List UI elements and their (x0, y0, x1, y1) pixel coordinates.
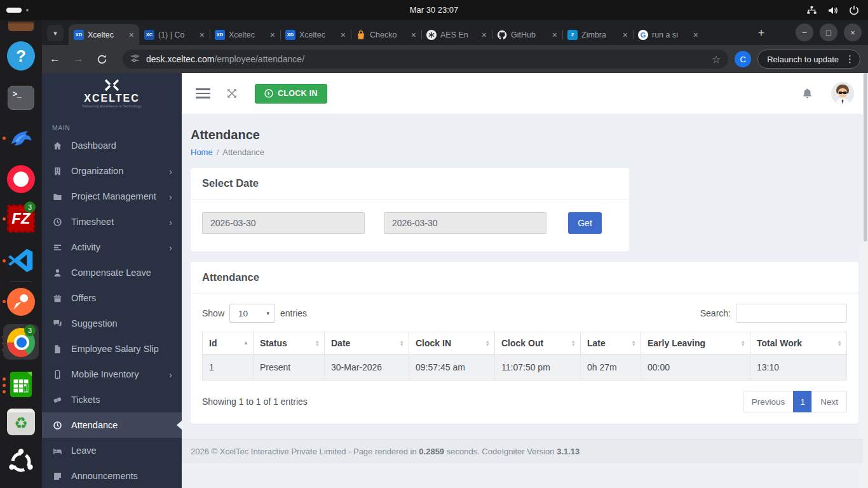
sidebar-item-dashboard[interactable]: Dashboard (42, 133, 182, 158)
tab-checkout[interactable]: Checko × (351, 24, 421, 45)
url-field[interactable]: desk.xceltec.com/employee/attendance/ ☆ (123, 50, 728, 69)
user-avatar[interactable] (831, 82, 854, 105)
libreoffice-calc-icon[interactable] (7, 370, 35, 399)
column-header-id[interactable]: Id▲ (203, 332, 254, 355)
close-tab-icon[interactable]: × (270, 30, 275, 40)
xceltec-logo[interactable]: XCELTEC Delivering Excellence in Technol… (42, 73, 182, 114)
sidebar-item-employee-salary-slip[interactable]: Employee Salary Slip (42, 336, 182, 362)
tab-aes[interactable]: AES En × (421, 24, 492, 45)
to-date-input[interactable] (384, 212, 546, 234)
sort-asc-icon: ▲ (243, 342, 248, 345)
minimize-button[interactable]: − (796, 24, 813, 41)
forward-button[interactable]: → (73, 53, 84, 65)
sidebar-item-offers[interactable]: Offers (42, 285, 182, 311)
postman-app-icon[interactable] (7, 287, 35, 316)
vscode-app-icon[interactable] (7, 246, 35, 275)
sidebar-item-attendance[interactable]: Attendance (42, 412, 182, 438)
attendance-table: Id▲ Status▲▼ Date▲▼ Clock IN▲▼ Clock Out… (202, 332, 847, 381)
cell-status: Present (254, 355, 325, 381)
xc-favicon: XC (144, 30, 154, 40)
site-settings-icon[interactable] (130, 53, 140, 65)
bookmark-star-icon[interactable]: ☆ (712, 53, 721, 65)
table-row: 1 Present 30-Mar-2026 09:57:45 am 11:07:… (203, 355, 847, 381)
scrollbar-thumb[interactable] (864, 73, 867, 241)
pagination-next[interactable]: Next (811, 391, 847, 412)
clock-in-button[interactable]: CLOCK IN (255, 84, 327, 104)
notifications-bell-icon[interactable] (801, 88, 813, 100)
terminal-app-icon[interactable]: >_ (7, 86, 35, 110)
page-length-select[interactable]: 10 ▾ (229, 304, 275, 323)
from-date-input[interactable] (202, 212, 365, 234)
tab-search-button[interactable]: ▾ (47, 25, 64, 41)
browser-menu-icon[interactable]: ⋮ (845, 53, 855, 65)
opera-browser-icon[interactable] (7, 165, 35, 193)
running-dot (3, 384, 6, 387)
reload-button[interactable] (97, 54, 107, 65)
sidebar-item-tickets[interactable]: Tickets (42, 387, 182, 412)
help-app-icon[interactable]: ? (7, 41, 35, 71)
tab-co[interactable]: XC (1) | Co × (139, 24, 210, 45)
fullscreen-icon[interactable] (226, 87, 238, 100)
power-icon[interactable] (849, 5, 859, 15)
tab-xceltec-3[interactable]: XD Xceltec × (280, 24, 351, 45)
close-tab-icon[interactable]: × (482, 30, 487, 40)
sidebar-item-activity[interactable]: Activity › (42, 234, 182, 260)
column-header-total-work[interactable]: Total Work▲▼ (750, 332, 847, 355)
column-header-clock-out[interactable]: Clock Out▲▼ (495, 332, 581, 355)
dolphin-file-manager-icon[interactable] (7, 123, 35, 151)
tab-github[interactable]: GitHub × (492, 24, 562, 45)
tab-google-search[interactable]: G run a si × (633, 24, 703, 45)
new-tab-button[interactable]: + (754, 25, 769, 41)
page-scrollbar[interactable] (863, 73, 868, 488)
clock-icon (53, 217, 63, 227)
sidebar-item-announcements[interactable]: Announcements (42, 463, 182, 488)
ubuntu-logo-icon[interactable] (7, 448, 35, 476)
back-button[interactable]: ← (50, 53, 60, 65)
maximize-button[interactable]: □ (820, 24, 837, 41)
column-header-late[interactable]: Late▲▼ (581, 332, 641, 355)
sidebar-item-mobile-inventory[interactable]: Mobile Inventory › (42, 362, 182, 387)
close-window-button[interactable]: × (844, 24, 862, 41)
sidebar-item-organization[interactable]: Organization › (42, 158, 182, 184)
sidebar-item-leave[interactable]: Leave (42, 438, 182, 463)
menu-toggle-icon[interactable] (196, 88, 210, 98)
active-item-marker (177, 421, 182, 430)
xceltec-favicon: XD (215, 30, 225, 40)
close-tab-icon[interactable]: × (552, 30, 557, 40)
column-header-date[interactable]: Date▲▼ (325, 332, 409, 355)
document-icon (53, 344, 63, 354)
trash-icon[interactable]: ♻ (7, 409, 35, 435)
column-header-early-leaving[interactable]: Early Leaving▲▼ (641, 332, 750, 355)
tab-zimbra[interactable]: Z Zimbra × (562, 24, 633, 45)
sidebar-item-suggestion[interactable]: Suggestion (42, 311, 182, 336)
pagination-previous[interactable]: Previous (743, 391, 794, 412)
get-button[interactable]: Get (568, 212, 602, 234)
system-top-bar: Mar 30 23:07 (0, 0, 868, 20)
sidebar-item-compensate-leave[interactable]: Compensate Leave (42, 260, 182, 285)
boxes-app-icon[interactable] (7, 22, 35, 31)
close-tab-icon[interactable]: × (693, 30, 698, 40)
sidebar-item-timesheet[interactable]: Timesheet › (42, 209, 182, 234)
pagination-page-1[interactable]: 1 (793, 391, 812, 412)
close-tab-icon[interactable]: × (129, 30, 134, 40)
tab-xceltec-active[interactable]: XD Xceltec × (69, 24, 139, 45)
volume-icon[interactable] (827, 6, 839, 15)
column-header-clock-in[interactable]: Clock IN▲▼ (409, 332, 495, 355)
close-tab-icon[interactable]: × (341, 30, 346, 40)
table-info-text: Showing 1 to 1 of 1 entries (202, 396, 308, 407)
close-tab-icon[interactable]: × (623, 30, 628, 40)
tab-xceltec-2[interactable]: XD Xceltec × (210, 24, 280, 45)
select-date-title: Select Date (191, 168, 629, 200)
search-input[interactable] (736, 304, 847, 323)
user-icon (53, 268, 63, 278)
breadcrumb-home-link[interactable]: Home (191, 147, 213, 157)
close-tab-icon[interactable]: × (200, 30, 205, 40)
sidebar-item-project-management[interactable]: Project Management › (42, 184, 182, 209)
running-dot (3, 217, 6, 220)
relaunch-to-update-button[interactable]: Relaunch to update ⋮ (757, 50, 860, 69)
system-clock[interactable]: Mar 30 23:07 (0, 0, 868, 20)
browser-profile-avatar[interactable]: C (735, 51, 751, 67)
network-icon[interactable] (806, 6, 817, 15)
column-header-status[interactable]: Status▲▼ (254, 332, 325, 355)
close-tab-icon[interactable]: × (411, 30, 416, 40)
